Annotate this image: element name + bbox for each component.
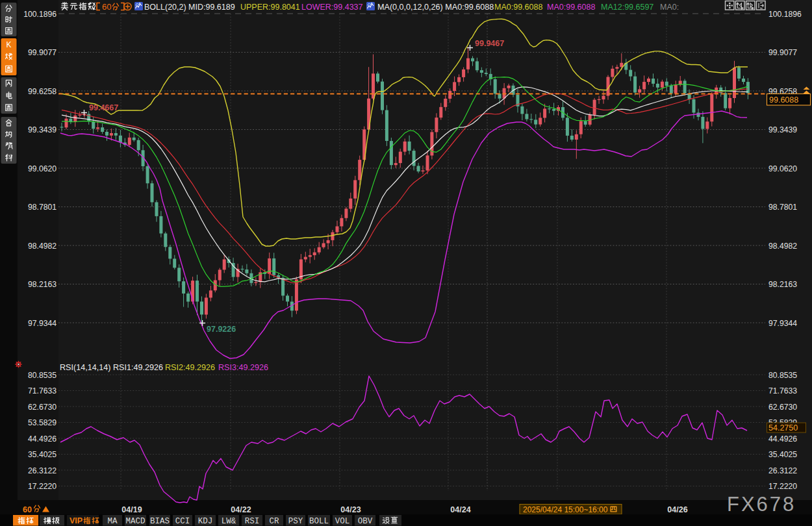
svg-text:53.5829: 53.5829 [28,418,57,427]
svg-text:MA0:: MA0: [660,3,679,12]
svg-text:97.9344: 97.9344 [28,319,57,328]
svg-text:MA(0,0,0,12,0,26) MA0:99.6088: MA(0,0,0,12,0,26) MA0:99.6088 [377,3,494,12]
svg-text:71.7633: 71.7633 [768,386,797,395]
svg-text:LOWER:99.4337: LOWER:99.4337 [301,3,363,12]
svg-text:17.2220: 17.2220 [28,482,57,491]
svg-text:44.4926: 44.4926 [28,434,57,444]
svg-text:98.7801: 98.7801 [768,203,797,212]
svg-text:60: 60 [102,2,111,12]
svg-text:17.2220: 17.2220 [768,482,797,491]
svg-text:35.4025: 35.4025 [768,450,797,459]
svg-text:80.8535: 80.8535 [28,371,57,380]
svg-text:99.9077: 99.9077 [768,48,797,57]
svg-text:UPPER:99.8041: UPPER:99.8041 [240,3,300,12]
svg-text:BOLL: BOLL [309,517,329,526]
svg-text:2025/04/24 15:00~16:00: 2025/04/24 15:00~16:00 [523,505,608,514]
svg-text:PSY: PSY [288,517,303,526]
svg-text:LW&: LW& [222,517,236,526]
svg-text:04/24: 04/24 [450,505,470,514]
svg-text:MA0:99.6088: MA0:99.6088 [547,3,595,12]
svg-text:VOL: VOL [335,517,350,526]
svg-text:RSI(14,14,14) RSI1:49.2926: RSI(14,14,14) RSI1:49.2926 [60,363,163,372]
svg-text:26.3122: 26.3122 [28,466,57,475]
svg-text:80.8535: 80.8535 [768,371,797,380]
svg-text:98.4982: 98.4982 [28,242,57,251]
svg-text:99.3439: 99.3439 [28,125,57,134]
svg-text:98.4982: 98.4982 [768,242,797,251]
svg-text:98.7801: 98.7801 [28,203,57,212]
svg-text:71.7633: 71.7633 [28,386,57,395]
svg-text:FX678: FX678 [727,493,796,516]
svg-text:99.0620: 99.0620 [28,164,57,173]
svg-text:100.1896: 100.1896 [23,10,57,19]
svg-text:RSI2:49.2926: RSI2:49.2926 [165,363,215,372]
svg-text:BOLL(20,2) MID:99.6189: BOLL(20,2) MID:99.6189 [144,3,235,12]
svg-text:VIP: VIP [70,516,82,525]
svg-text:100.1896: 100.1896 [768,10,802,19]
svg-text:CR: CR [269,517,279,526]
svg-text:44.4926: 44.4926 [768,434,797,444]
svg-text:98.2163: 98.2163 [28,280,57,289]
svg-text:54.2750: 54.2750 [768,423,798,432]
svg-text:RSI: RSI [245,517,260,526]
svg-text:62.6730: 62.6730 [28,403,57,412]
svg-text:99.3439: 99.3439 [768,125,797,134]
svg-text:99.9467: 99.9467 [475,39,504,48]
svg-text:04/19: 04/19 [121,505,142,514]
svg-text:04/22: 04/22 [231,505,251,514]
svg-text:97.9226: 97.9226 [207,325,236,334]
svg-text:99.9077: 99.9077 [28,48,57,57]
svg-text:MACD: MACD [125,517,145,526]
svg-text:RSI3:49.2926: RSI3:49.2926 [218,363,268,372]
svg-text:98.2163: 98.2163 [768,280,797,289]
svg-text:OBV: OBV [358,517,373,526]
svg-text:35.4025: 35.4025 [28,450,57,459]
svg-text:60: 60 [23,505,32,514]
svg-text:99.0620: 99.0620 [768,164,797,173]
svg-text:97.9344: 97.9344 [768,319,797,328]
svg-text:99.6088: 99.6088 [769,95,798,105]
svg-text:KDJ: KDJ [198,517,213,526]
svg-text:99.6258: 99.6258 [28,87,57,96]
svg-text:04/26: 04/26 [667,505,687,514]
svg-text:99.4667: 99.4667 [89,103,118,112]
svg-text:MA0:99.6088: MA0:99.6088 [494,3,542,12]
svg-text:K: K [6,40,11,49]
svg-text:62.6730: 62.6730 [768,403,797,412]
svg-text:BIAS: BIAS [150,517,170,526]
svg-text:26.3122: 26.3122 [768,466,797,475]
svg-text:04/23: 04/23 [340,505,361,514]
svg-text:CCI: CCI [175,517,190,526]
svg-text:MA: MA [107,517,118,526]
svg-text:MA12:99.6597: MA12:99.6597 [601,3,653,12]
